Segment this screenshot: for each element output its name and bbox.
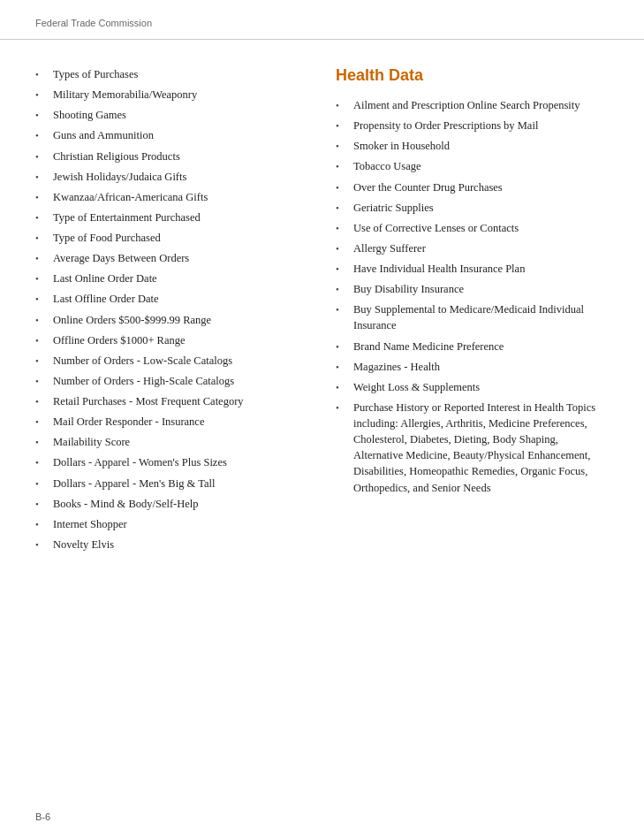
bullet-icon: •	[336, 361, 350, 375]
list-item: •Smoker in Household	[336, 138, 609, 154]
list-item: •Magazines - Health	[336, 359, 609, 375]
list-item-text: Military Memorabilia/Weaponry	[53, 87, 197, 103]
bullet-icon: •	[35, 415, 49, 430]
list-item: •Over the Counter Drug Purchases	[336, 179, 609, 195]
list-item-text: Use of Corrective Lenses or Contacts	[353, 220, 519, 236]
list-item: •Jewish Holidays/Judaica Gifts	[35, 169, 309, 185]
list-item-text: Online Orders $500-$999.99 Range	[53, 312, 211, 328]
right-list: •Ailment and Prescription Online Search …	[336, 97, 609, 496]
bullet-icon: •	[35, 314, 49, 328]
list-item-text: Novelty Elvis	[53, 537, 114, 552]
bullet-icon: •	[35, 232, 49, 246]
bullet-icon: •	[336, 242, 350, 256]
list-item-text: Weight Loss & Supplements	[353, 379, 480, 395]
list-item-text: Have Individual Health Insurance Plan	[353, 261, 525, 277]
bullet-icon: •	[336, 263, 350, 277]
page-footer: B-6	[35, 811, 50, 822]
list-item-text: Brand Name Medicine Preference	[353, 339, 504, 354]
list-item: •Shooting Games	[35, 107, 309, 123]
page-header: Federal Trade Commission	[0, 0, 644, 40]
list-item-text: Over the Counter Drug Purchases	[353, 179, 503, 195]
header-title: Federal Trade Commission	[35, 18, 152, 28]
bullet-icon: •	[336, 283, 350, 297]
list-item-text: Average Days Between Orders	[53, 250, 189, 266]
list-item-text: Dollars - Apparel - Women's Plus Sizes	[53, 454, 227, 470]
list-item: •Books - Mind & Body/Self-Help	[35, 496, 309, 512]
bullet-icon: •	[35, 436, 49, 450]
list-item: •Number of Orders - High-Scale Catalogs	[35, 373, 309, 389]
bullet-icon: •	[336, 303, 350, 317]
list-item-text: Buy Disability Insurance	[353, 281, 464, 297]
right-column: Health Data •Ailment and Prescription On…	[336, 66, 609, 557]
health-data-title: Health Data	[336, 66, 609, 85]
list-item-text: Number of Orders - Low-Scale Catalogs	[53, 353, 232, 369]
bullet-icon: •	[35, 498, 49, 512]
list-item: •Last Online Order Date	[35, 270, 309, 286]
bullet-icon: •	[336, 381, 350, 395]
list-item-text: Geriatric Supplies	[353, 200, 434, 216]
list-item-text: Kwanzaa/African-Americana Gifts	[53, 189, 208, 205]
list-item: •Mail Order Responder - Insurance	[35, 414, 309, 430]
list-item-text: Tobacco Usage	[353, 158, 421, 174]
bullet-icon: •	[35, 293, 49, 307]
list-item-text: Internet Shopper	[53, 516, 127, 532]
list-item-text: Smoker in Household	[353, 138, 450, 154]
list-item: •Internet Shopper	[35, 516, 309, 532]
list-item-text: Guns and Ammunition	[53, 127, 154, 143]
list-item: •Mailability Score	[35, 434, 309, 450]
bullet-icon: •	[35, 538, 49, 552]
bullet-icon: •	[336, 202, 350, 216]
bullet-icon: •	[35, 68, 49, 82]
bullet-icon: •	[336, 160, 350, 174]
bullet-icon: •	[35, 211, 49, 225]
bullet-icon: •	[336, 181, 350, 195]
list-item: •Ailment and Prescription Online Search …	[336, 97, 609, 113]
bullet-icon: •	[35, 375, 49, 389]
list-item-text: Mailability Score	[53, 434, 130, 450]
list-item: •Propensity to Order Prescriptions by Ma…	[336, 118, 609, 133]
list-item-text: Dollars - Apparel - Men's Big & Tall	[53, 476, 215, 491]
list-item-text: Retail Purchases - Most Frequent Categor…	[53, 393, 244, 409]
list-item: •Military Memorabilia/Weaponry	[35, 87, 309, 103]
list-item: •Offline Orders $1000+ Range	[35, 332, 309, 348]
bullet-icon: •	[35, 109, 49, 123]
bullet-icon: •	[35, 252, 49, 266]
bullet-icon: •	[35, 88, 49, 103]
list-item: •Novelty Elvis	[35, 537, 309, 552]
bullet-icon: •	[35, 477, 49, 491]
bullet-icon: •	[35, 150, 49, 164]
bullet-icon: •	[35, 334, 49, 348]
bullet-icon: •	[35, 354, 49, 369]
list-item-text: Christian Religious Products	[53, 149, 180, 164]
footer-label: B-6	[35, 811, 50, 822]
list-item-text: Books - Mind & Body/Self-Help	[53, 496, 199, 512]
bullet-icon: •	[35, 129, 49, 143]
list-item: •Dollars - Apparel - Men's Big & Tall	[35, 476, 309, 491]
list-item: •Retail Purchases - Most Frequent Catego…	[35, 393, 309, 409]
list-item: •Tobacco Usage	[336, 158, 609, 174]
bullet-icon: •	[35, 518, 49, 532]
list-item-text: Allergy Sufferer	[353, 240, 426, 256]
bullet-icon: •	[336, 222, 350, 236]
list-item: •Last Offline Order Date	[35, 291, 309, 307]
list-item: •Type of Food Purchased	[35, 230, 309, 246]
bullet-icon: •	[336, 119, 350, 133]
list-item: •Number of Orders - Low-Scale Catalogs	[35, 353, 309, 369]
list-item: •Types of Purchases	[35, 66, 309, 82]
list-item: •Buy Disability Insurance	[336, 281, 609, 297]
list-item: •Purchase History or Reported Interest i…	[336, 400, 609, 496]
list-item-text: Last Online Order Date	[53, 270, 157, 286]
bullet-icon: •	[35, 272, 49, 286]
list-item-text: Shooting Games	[53, 107, 126, 123]
list-item-text: Mail Order Responder - Insurance	[53, 414, 204, 430]
list-item-text: Offline Orders $1000+ Range	[53, 332, 186, 348]
list-item: •Online Orders $500-$999.99 Range	[35, 312, 309, 328]
list-item-text: Magazines - Health	[353, 359, 440, 375]
list-item-text: Type of Food Purchased	[53, 230, 161, 246]
bullet-icon: •	[336, 340, 350, 354]
list-item: •Geriatric Supplies	[336, 200, 609, 216]
list-item: •Average Days Between Orders	[35, 250, 309, 266]
list-item-text: Buy Supplemental to Medicare/Medicaid In…	[353, 301, 609, 333]
bullet-icon: •	[35, 171, 49, 185]
list-item: •Christian Religious Products	[35, 149, 309, 164]
